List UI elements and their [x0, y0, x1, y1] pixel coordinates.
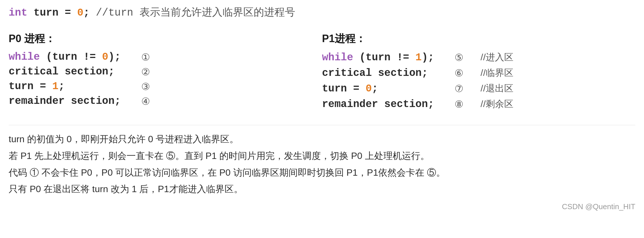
- p1-circle-2: ⑥: [455, 67, 469, 79]
- p1-while-close: );: [422, 52, 434, 63]
- p1-while-kw: while: [322, 52, 353, 63]
- p1-turn-semi: ;: [372, 83, 378, 95]
- p1-code-4: remainder section;: [322, 98, 443, 110]
- p1-column: P1进程： while (turn != 1); ⑤ //进入区 critica…: [322, 32, 635, 113]
- desc-line-3: 代码 ① 不会卡住 P0，P0 可以正常访问临界区，在 P0 访问临界区期间即时…: [9, 164, 635, 181]
- p0-circle-2: ②: [141, 66, 156, 78]
- p0-code-1: while (turn != 0);: [9, 51, 130, 63]
- value-zero: 0: [77, 7, 84, 19]
- p1-comment-2: //临界区: [481, 67, 513, 79]
- p1-comment-3: //退出区: [481, 82, 513, 95]
- p1-circle-3: ⑦: [455, 83, 469, 94]
- p0-turn-assign: turn =: [9, 80, 52, 92]
- p0-while-close: );: [108, 51, 121, 63]
- desc-line-1: turn 的初值为 0，即刚开始只允许 0 号进程进入临界区。: [9, 131, 635, 148]
- p0-row-4: remainder section; ④: [9, 95, 316, 107]
- p0-code-3: turn = 1;: [9, 80, 130, 92]
- p0-heading: P0 进程：: [9, 32, 316, 46]
- p1-row-3: turn = 0; ⑦ //退出区: [322, 82, 630, 95]
- p1-row-1: while (turn != 1); ⑤ //进入区: [322, 51, 630, 64]
- top-code-declaration: int turn = 0; //turn 表示当前允许进入临界区的进程号: [9, 6, 635, 20]
- p1-turn-assign: turn =: [322, 83, 366, 95]
- p1-row-4: remainder section; ⑧ //剩余区: [322, 98, 630, 110]
- p0-code-4: remainder section;: [9, 95, 130, 107]
- p1-code-1: while (turn != 1);: [322, 52, 443, 63]
- p1-code-2: critical section;: [322, 67, 443, 79]
- p1-critical: critical section;: [322, 67, 428, 79]
- p1-row-2: critical section; ⑥ //临界区: [322, 67, 630, 79]
- p0-circle-3: ③: [141, 81, 156, 92]
- description-section: turn 的初值为 0，即刚开始只允许 0 号进程进入临界区。 若 P1 先上处…: [9, 125, 635, 211]
- p1-while-cond: (turn !=: [353, 52, 415, 63]
- keyword-int: int: [9, 7, 27, 19]
- p1-comment-4: //剩余区: [481, 98, 513, 110]
- desc-line-4: 只有 P0 在退出区将 turn 改为 1 后，P1才能进入临界区。: [9, 181, 635, 198]
- p1-circle-1: ⑤: [455, 52, 469, 63]
- p1-heading: P1进程：: [322, 32, 630, 46]
- p0-code-2: critical section;: [9, 66, 130, 78]
- p0-row-2: critical section; ②: [9, 66, 316, 78]
- p0-while-num: 0: [102, 51, 108, 63]
- p0-while-kw: while: [9, 51, 40, 63]
- two-process-columns: P0 进程： while (turn != 0); ① critical sec…: [9, 32, 635, 113]
- p1-circle-4: ⑧: [455, 98, 469, 110]
- top-comment: //turn 表示当前允许进入临界区的进程号: [90, 7, 295, 19]
- p0-circle-1: ①: [141, 51, 156, 63]
- p1-turn-val: 0: [366, 83, 372, 95]
- p0-row-1: while (turn != 0); ①: [9, 51, 316, 63]
- p0-critical: critical section;: [9, 66, 114, 78]
- p0-turn-val: 1: [52, 80, 59, 92]
- p0-remainder: remainder section;: [9, 95, 121, 107]
- semicolon: ;: [83, 7, 90, 19]
- p0-row-3: turn = 1; ③: [9, 80, 316, 92]
- p1-while-num: 1: [415, 52, 422, 63]
- p0-turn-semi: ;: [59, 80, 65, 92]
- desc-line-2: 若 P1 先上处理机运行，则会一直卡在 ⑤。直到 P1 的时间片用完，发生调度，…: [9, 148, 635, 164]
- csdn-credit: CSDN @Quentin_HIT: [9, 202, 635, 211]
- p0-while-cond-1: (turn !=: [40, 51, 102, 63]
- p1-comment-1: //进入区: [481, 51, 513, 64]
- p0-circle-4: ④: [141, 95, 156, 107]
- p0-column: P0 进程： while (turn != 0); ① critical sec…: [9, 32, 322, 113]
- p1-remainder: remainder section;: [322, 98, 434, 110]
- p1-code-3: turn = 0;: [322, 83, 443, 95]
- turn-assign: turn =: [27, 7, 77, 19]
